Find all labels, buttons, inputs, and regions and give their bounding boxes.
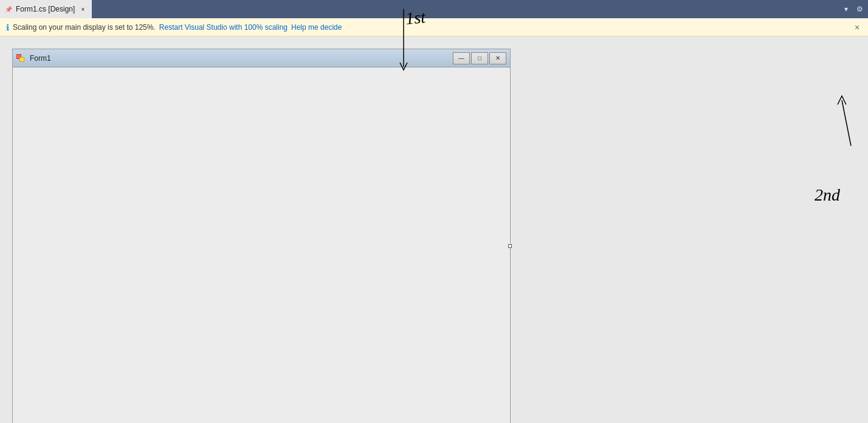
tab-bar: 📌 Form1.cs [Design] × ▾ ⚙ bbox=[0, 0, 868, 18]
info-close-button[interactable]: × bbox=[852, 22, 862, 32]
form-close-button[interactable]: ✕ bbox=[489, 52, 506, 64]
tab-dropdown-button[interactable]: ▾ bbox=[840, 3, 852, 15]
tab-close-button[interactable]: × bbox=[78, 5, 87, 13]
form-maximize-button[interactable]: □ bbox=[471, 52, 488, 64]
resize-handle-right[interactable] bbox=[508, 244, 512, 248]
info-message: Scaling on your main display is set to 1… bbox=[13, 23, 156, 32]
form-window-buttons: — □ ✕ bbox=[453, 52, 506, 64]
tab-form1-design[interactable]: 📌 Form1.cs [Design] × bbox=[0, 0, 92, 18]
form-body[interactable] bbox=[13, 67, 510, 423]
tab-label: Form1.cs [Design] bbox=[16, 5, 75, 13]
settings-button[interactable]: ⚙ bbox=[853, 3, 866, 15]
form-designer-window: Form1 — □ ✕ bbox=[12, 49, 511, 423]
info-icon: ℹ bbox=[6, 22, 9, 32]
help-decide-link[interactable]: Help me decide bbox=[291, 23, 342, 32]
restart-vs-link[interactable]: Restart Visual Studio with 100% scaling bbox=[159, 23, 288, 32]
form-app-icon bbox=[16, 54, 25, 63]
design-surface: Form1 — □ ✕ bbox=[0, 36, 868, 423]
form-minimize-button[interactable]: — bbox=[453, 52, 470, 64]
tab-bar-actions: ▾ ⚙ bbox=[840, 0, 868, 18]
form-title-text: Form1 bbox=[27, 54, 450, 63]
svg-rect-3 bbox=[20, 58, 24, 61]
tab-pin-icon: 📌 bbox=[5, 6, 12, 13]
form-title-bar: Form1 — □ ✕ bbox=[13, 49, 510, 67]
info-bar: ℹ Scaling on your main display is set to… bbox=[0, 18, 868, 36]
